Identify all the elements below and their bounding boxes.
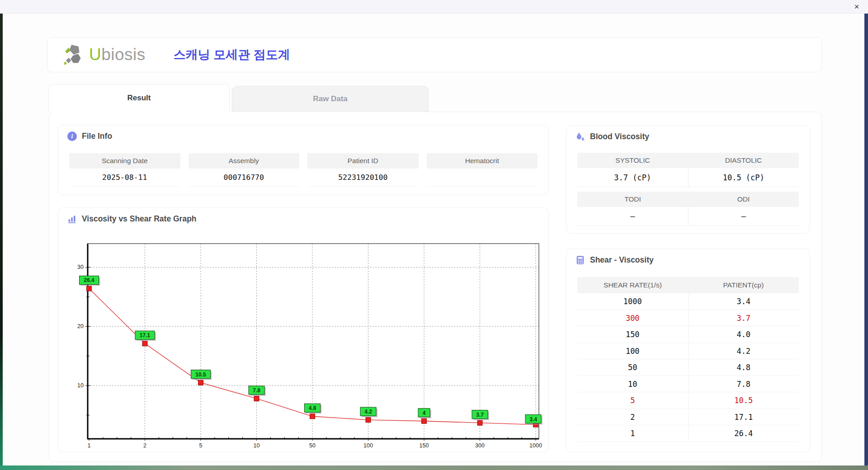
bv-value-row: 3.7 (cP) 10.5 (cP) [577,168,799,187]
bv-label-todi: TODI [577,192,688,207]
bv-label-odi: ODI [688,192,799,207]
ubiosis-logo-icon [62,43,88,66]
bv-value-todi: – [577,207,689,226]
shear-rate-cell: 1000 [577,293,689,310]
patient-viscosity-cell: 26.4 [689,425,799,442]
shear-rate-cell: 300 [577,310,689,326]
svg-text:300: 300 [475,442,485,449]
patient-viscosity-cell: 3.7 [689,310,799,326]
svg-text:1000: 1000 [529,442,542,449]
file-info-field-label: Patient ID [307,153,419,169]
close-icon[interactable]: × [851,1,863,13]
blood-viscosity-title: Blood Viscosity [590,132,649,141]
file-info-title: File Info [82,132,112,141]
bv-value-systolic: 3.7 (cP) [577,168,689,187]
svg-text:100: 100 [363,442,373,449]
svg-text:3.4: 3.4 [529,416,537,423]
svg-text:2: 2 [143,442,146,449]
bv-label-systolic: SYSTOLIC [577,153,688,168]
svg-text:10: 10 [77,382,84,389]
table-row: 510.5 [577,392,799,409]
viscosity-chart: 1020301251050100150300100026.417.110.57.… [58,208,549,452]
app-title: 스캐닝 모세관 점도계 [174,47,290,63]
file-info-field-label: Hematocrit [427,153,538,169]
bv-header-row: SYSTOLIC DIASTOLIC [577,153,799,168]
svg-text:150: 150 [420,442,429,449]
tab-result[interactable]: Result [48,84,230,113]
desktop-edge-bottom [0,465,868,470]
shear-col-rate: SHEAR RATE(1/s) [577,277,688,293]
tab-raw-data[interactable]: Raw Data [232,86,429,112]
svg-text:10.5: 10.5 [195,371,206,378]
patient-viscosity-cell: 17.1 [689,409,799,425]
shear-rate-cell: 1 [577,425,689,442]
blood-drops-icon [576,132,585,141]
svg-text:10: 10 [254,442,260,449]
bv-value-odi: – [689,207,799,226]
table-row: 3003.7 [577,310,799,327]
graph-panel: Viscosity vs Shear Rate Graph 1020301251… [58,207,549,452]
table-row: 1004.2 [577,343,799,360]
shear-rate-cell: 2 [577,409,689,425]
shear-viscosity-title: Shear - Viscosity [590,255,654,265]
svg-text:4.2: 4.2 [364,409,372,415]
table-row: 10003.4 [577,293,799,310]
table-row: 126.4 [577,425,799,442]
file-info-field-value: 000716770 [189,169,300,187]
table-row: 217.1 [577,409,799,426]
file-info-grid: Scanning Date2025-08-11Assembly000716770… [69,153,538,187]
svg-text:1: 1 [88,442,91,449]
file-info-field: Scanning Date2025-08-11 [69,153,180,187]
bv-value-row-2: – – [577,207,799,226]
shear-viscosity-panel: Shear - Viscosity SHEAR RATE(1/s) PATIEN… [566,249,810,452]
table-row: 107.8 [577,376,799,393]
brand-u: U [89,45,101,64]
svg-text:30: 30 [77,264,84,270]
svg-text:3.7: 3.7 [476,412,484,418]
shear-viscosity-header: Shear - Viscosity [576,255,654,265]
file-info-field: Assembly000716770 [189,153,300,187]
file-info-header: i File Info [67,132,112,141]
desktop-edge-right [864,14,868,470]
patient-viscosity-cell: 10.5 [689,392,799,409]
brand-text: Ubiosis [89,45,146,64]
patient-viscosity-cell: 3.4 [689,293,799,310]
bv-value-diastolic: 10.5 (cP) [689,168,799,187]
shear-col-patient: PATIENT(cp) [688,277,799,293]
shear-rate-cell: 50 [577,359,689,376]
file-info-field: Patient ID52231920100 [307,153,419,187]
info-icon: i [67,132,77,141]
file-info-field-label: Scanning Date [69,153,180,169]
content-card: i File Info Scanning Date2025-08-11Assem… [49,112,822,462]
brand-rest: biosis [101,45,146,64]
svg-text:5: 5 [199,442,203,449]
patient-viscosity-cell: 4.0 [689,326,799,343]
table-row: 504.8 [577,359,799,376]
patient-viscosity-cell: 7.8 [689,376,799,392]
shear-rate-cell: 150 [577,326,689,343]
svg-text:26.4: 26.4 [84,277,94,283]
blood-viscosity-grid: SYSTOLIC DIASTOLIC 3.7 (cP) 10.5 (cP) TO… [577,153,799,226]
window-titlebar: × [0,0,868,14]
calculator-icon [576,255,585,265]
header-card: Ubiosis 스캐닝 모세관 점도계 [47,37,822,72]
file-info-field-value: 52231920100 [307,169,419,187]
svg-text:17.1: 17.1 [140,332,151,338]
file-info-field: Hematocrit [427,153,538,187]
svg-text:20: 20 [77,323,84,329]
file-info-field-label: Assembly [189,153,300,169]
svg-text:4: 4 [423,410,426,416]
file-info-field-value [427,169,538,187]
shear-rate-cell: 10 [577,376,689,392]
blood-viscosity-header: Blood Viscosity [576,132,649,141]
patient-viscosity-cell: 4.8 [689,359,799,376]
patient-viscosity-cell: 4.2 [689,343,799,359]
file-info-panel: i File Info Scanning Date2025-08-11Assem… [58,125,549,195]
shear-rate-cell: 5 [577,392,689,409]
blood-viscosity-panel: Blood Viscosity SYSTOLIC DIASTOLIC 3.7 (… [566,125,810,234]
ubiosis-logo: Ubiosis [62,43,146,66]
bv-header-row-2: TODI ODI [577,192,799,207]
table-row: 1504.0 [577,326,799,343]
shear-table-header: SHEAR RATE(1/s) PATIENT(cp) [577,277,799,293]
shear-table-body: 10003.43003.71504.01004.2504.8107.8510.5… [577,293,799,442]
